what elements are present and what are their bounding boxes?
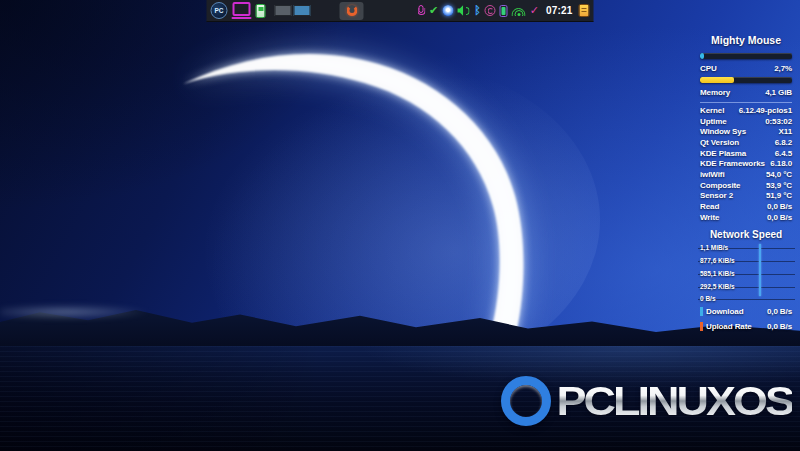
cpu-value: 2,7%: [774, 64, 792, 73]
upload-value: 0,0 B/s: [767, 322, 792, 331]
info-row-sensor2: Sensor 251,9 °C: [700, 191, 792, 202]
upload-legend-icon: [700, 322, 703, 331]
network-speed-graph: 1,1 MiB/s 877,6 KiB/s 585,1 KiB/s 292,5 …: [698, 244, 795, 300]
memory-bar-fill: [700, 77, 734, 83]
download-row: Download 0,0 B/s: [700, 306, 792, 318]
updates-check-icon[interactable]: ✓: [530, 5, 539, 16]
virtual-desktop-pager: [275, 5, 311, 16]
clipboard-icon[interactable]: [579, 4, 590, 17]
pager-desktop-2[interactable]: [294, 5, 311, 16]
network-speed-title: Network Speed: [700, 229, 792, 240]
wifi-icon[interactable]: [512, 6, 526, 16]
pager-desktop-1[interactable]: [275, 5, 292, 16]
top-panel: PC ✔ ᛒ ✓ 07:21: [207, 0, 594, 22]
gridline: 1,1 MiB/s: [698, 248, 795, 249]
widget-title: Mighty Mouse: [700, 34, 792, 46]
info-row-iwlwifi: iwlWifi54,0 °C: [700, 169, 792, 180]
clock[interactable]: 07:21: [546, 5, 573, 16]
info-row-write: Write0,0 B/s: [700, 212, 792, 223]
laptop-launcher-icon[interactable]: [233, 2, 251, 16]
upload-row: Upload Rate 0,0 B/s: [700, 321, 792, 333]
bluetooth-icon[interactable]: ᛒ: [474, 5, 481, 16]
package-manager-icon[interactable]: [256, 4, 266, 18]
info-row-uptime: Uptime0:53:02: [700, 116, 792, 127]
volume-icon[interactable]: [457, 5, 470, 16]
info-row-read: Read0,0 B/s: [700, 201, 792, 212]
cpu-label: CPU: [700, 64, 717, 73]
upload-label: Upload Rate: [706, 322, 752, 331]
horseshoe-app-icon: [346, 5, 357, 16]
info-row-plasma: KDE Plasma6.4.5: [700, 148, 792, 159]
separator: [700, 102, 792, 103]
info-row-qt: Qt Version6.8.2: [700, 137, 792, 148]
system-info-list: Kernel6.12.49-pclos1 Uptime0:53:02 Windo…: [700, 105, 792, 223]
pclinuxos-menu-icon: PC: [214, 7, 223, 14]
disc-icon[interactable]: [485, 5, 496, 16]
memory-value: 4,1 GiB: [765, 88, 792, 97]
pclinuxos-logo: PCLINUXOS: [501, 375, 792, 427]
status-orb-icon[interactable]: [442, 5, 453, 16]
info-row-windowsys: Window SysX11: [700, 126, 792, 137]
cpu-bar: [700, 53, 792, 59]
gridline: 292,5 KiB/s: [698, 287, 795, 288]
pclinuxos-logo-text: PCLINUXOS: [556, 378, 792, 425]
download-label: Download: [706, 307, 743, 316]
checkmark-icon[interactable]: ✔: [429, 5, 438, 16]
cpu-bar-fill: [700, 53, 704, 59]
task-button[interactable]: [340, 2, 364, 20]
download-legend-icon: [700, 307, 703, 316]
download-spike: [759, 244, 761, 296]
system-tray: ✔ ᛒ ✓ 07:21: [417, 4, 590, 17]
system-monitor-widget: Mighty Mouse CPU 2,7% Memory 4,1 GiB Ker…: [700, 34, 792, 336]
memory-row: Memory 4,1 GiB: [700, 86, 792, 98]
memory-bar: [700, 77, 792, 83]
gridline: 877,6 KiB/s: [698, 261, 795, 262]
info-row-composite: Composite53,9 °C: [700, 180, 792, 191]
app-menu-button[interactable]: PC: [211, 2, 228, 19]
pclinuxos-logo-ring-icon: [501, 376, 551, 426]
info-row-kernel: Kernel6.12.49-pclos1: [700, 105, 792, 116]
desktop: PCLINUXOS PC ✔ ᛒ ✓ 07:21 M: [0, 0, 800, 451]
clouds: [0, 233, 800, 355]
gridline: 0 B/s: [698, 299, 795, 300]
info-row-frameworks: KDE Frameworks6.18.0: [700, 158, 792, 169]
microphone-icon[interactable]: [417, 5, 425, 17]
download-value: 0,0 B/s: [767, 307, 792, 316]
cpu-row: CPU 2,7%: [700, 62, 792, 74]
gridline: 585,1 KiB/s: [698, 274, 795, 275]
kde-connect-icon[interactable]: [500, 5, 508, 17]
memory-label: Memory: [700, 88, 730, 97]
